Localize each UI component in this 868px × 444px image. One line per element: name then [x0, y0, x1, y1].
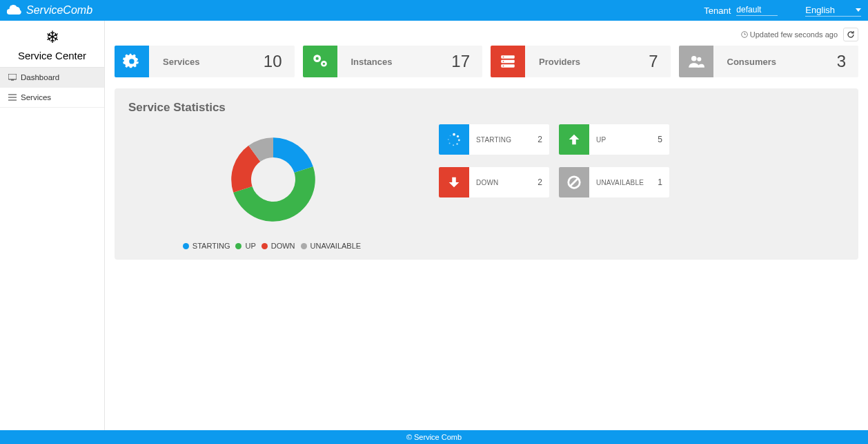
top-header: ServiceComb Tenant default English [0, 0, 868, 21]
svg-point-25 [458, 139, 460, 141]
stat-grid: STARTING 2 UP 5 DOWN [439, 124, 669, 250]
legend-label: UNAVAILABLE [310, 242, 362, 250]
server-icon [491, 46, 525, 77]
svg-point-24 [457, 135, 459, 137]
stat-label: STARTING [469, 136, 537, 144]
legend-label: UP [245, 242, 255, 250]
sidebar-header: ❄ Service Center [0, 21, 104, 68]
clock-icon [741, 31, 748, 38]
card-label: Instances [337, 57, 452, 67]
svg-rect-3 [8, 74, 17, 79]
tenant-label: Tenant [704, 6, 731, 16]
legend-dot [183, 243, 189, 249]
summary-cards: Services 10 Instances 17 Providers 7 [115, 46, 858, 77]
svg-line-32 [571, 179, 578, 186]
svg-point-27 [453, 144, 454, 146]
legend-dot [262, 243, 268, 249]
stat-up: UP 5 [559, 124, 669, 155]
card-value: 17 [451, 52, 482, 71]
sidebar-item-label: Services [21, 93, 51, 102]
stat-value: 2 [537, 177, 549, 187]
svg-rect-4 [11, 80, 14, 81]
gears-icon [303, 46, 337, 77]
svg-point-12 [315, 57, 318, 60]
svg-point-1 [12, 5, 14, 6]
svg-point-21 [691, 56, 696, 61]
list-icon [8, 94, 17, 101]
monitor-icon [8, 74, 17, 81]
legend-dot [301, 243, 307, 249]
card-providers[interactable]: Providers 7 [491, 46, 671, 77]
stat-label: DOWN [469, 179, 537, 186]
svg-point-14 [322, 63, 324, 65]
card-label: Providers [525, 57, 649, 67]
svg-point-22 [697, 57, 701, 61]
svg-point-19 [503, 61, 504, 62]
updated-text: Updated few seconds ago [741, 30, 838, 39]
svg-point-30 [450, 135, 451, 137]
card-label: Consumers [713, 57, 837, 67]
logo-text: ServiceComb [26, 4, 92, 17]
language-label: English [805, 5, 835, 15]
legend-label: DOWN [271, 242, 295, 250]
arrow-up-icon [559, 124, 589, 155]
snowflake-icon: ❄ [0, 29, 104, 46]
svg-point-28 [449, 142, 451, 144]
footer: © Service Comb [0, 430, 868, 444]
statistics-panel: Service Statistics STARTINGUPDOWNUNAVAIL… [115, 88, 858, 260]
donut-chart [218, 124, 328, 235]
panel-title: Service Statistics [128, 101, 845, 115]
stat-down: DOWN 2 [439, 167, 549, 197]
sidebar-item-dashboard[interactable]: Dashboard [0, 68, 104, 88]
gear-icon [115, 46, 149, 77]
stat-starting: STARTING 2 [439, 124, 549, 155]
language-select[interactable]: English [805, 5, 861, 17]
card-consumers[interactable]: Consumers 3 [679, 46, 859, 77]
chart-legend: STARTINGUPDOWNUNAVAILABLE [183, 242, 364, 250]
footer-text: © Service Comb [406, 433, 462, 441]
legend-label: STARTING [193, 242, 230, 250]
users-icon [679, 46, 713, 77]
svg-point-2 [14, 6, 16, 7]
card-value: 10 [264, 52, 295, 71]
card-value: 7 [649, 52, 670, 71]
arrow-down-icon [439, 167, 469, 197]
svg-point-18 [503, 57, 504, 58]
loading-icon [439, 124, 469, 155]
stat-unavailable: UNAVAILABLE 1 [559, 167, 669, 197]
svg-point-23 [453, 133, 455, 136]
stat-value: 5 [658, 135, 669, 144]
main-content: Updated few seconds ago Services 10 Inst… [105, 21, 868, 430]
refresh-button[interactable] [843, 28, 858, 41]
sidebar: ❄ Service Center Dashboard Services [0, 21, 105, 430]
card-instances[interactable]: Instances 17 [303, 46, 483, 77]
sidebar-item-services[interactable]: Services [0, 88, 104, 108]
stat-label: UP [589, 136, 658, 144]
stat-value: 2 [537, 135, 549, 144]
svg-point-26 [456, 143, 458, 145]
card-value: 3 [837, 52, 858, 71]
stat-value: 1 [658, 177, 669, 187]
logo: ServiceComb [7, 4, 92, 17]
card-label: Services [149, 57, 264, 67]
sidebar-title: Service Center [0, 50, 104, 61]
svg-point-20 [503, 66, 504, 67]
caret-down-icon [856, 8, 861, 12]
refresh-icon [847, 30, 855, 39]
cloud-icon [7, 4, 23, 17]
stat-label: UNAVAILABLE [589, 179, 658, 186]
svg-point-29 [448, 139, 449, 140]
tenant-value[interactable]: default [736, 5, 778, 16]
card-services[interactable]: Services 10 [115, 46, 295, 77]
svg-point-0 [10, 6, 12, 7]
legend-dot [235, 243, 241, 249]
sidebar-item-label: Dashboard [21, 73, 59, 81]
ban-icon [559, 167, 589, 197]
